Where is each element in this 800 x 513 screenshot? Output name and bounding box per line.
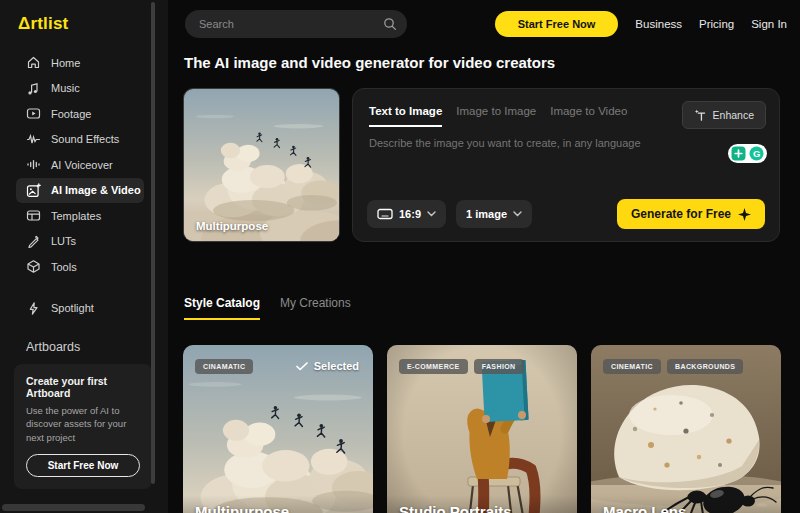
enhance-text-icon [694, 109, 707, 122]
sidebar-item-luts[interactable]: LUTs [16, 229, 144, 255]
ai-image-icon [26, 183, 41, 198]
templates-icon [26, 208, 41, 223]
home-icon [26, 55, 41, 70]
video-player-icon [26, 106, 41, 121]
chevron-down-icon [427, 211, 436, 217]
style-card-macro-lens[interactable]: CINEMATIC BACKGROUNDS Macro Lens [591, 345, 781, 513]
hero-style-label: Multipurpose [196, 220, 268, 232]
sidebar-item-home[interactable]: Home [16, 50, 144, 76]
sidebar-item-label: Tools [51, 261, 77, 273]
sidebar-nav: Home Music Footage Sound Effects AI Voic… [16, 50, 144, 321]
pen-icon [26, 234, 41, 249]
artboards-heading: Artboards [26, 340, 80, 354]
selected-indicator: Selected [296, 360, 359, 372]
pricing-link[interactable]: Pricing [699, 18, 734, 30]
business-link[interactable]: Business [635, 18, 682, 30]
sidebar-item-label: Templates [51, 210, 101, 222]
sidebar-item-templates[interactable]: Templates [16, 203, 144, 229]
cube-icon [26, 259, 41, 274]
search-icon [383, 17, 397, 31]
tab-style-catalog[interactable]: Style Catalog [184, 296, 260, 320]
waveform-icon [26, 132, 41, 147]
search-bar[interactable] [185, 10, 407, 38]
aspect-ratio-icon [377, 208, 393, 220]
search-input[interactable] [199, 18, 383, 30]
sidebar-item-spotlight[interactable]: Spotlight [16, 296, 144, 322]
sidebar-item-footage[interactable]: Footage [16, 101, 144, 127]
style-card-title: Studio Portraits [399, 503, 512, 513]
sidebar-vertical-scrollbar[interactable] [151, 2, 155, 484]
tab-image-to-image[interactable]: Image to Image [456, 105, 536, 127]
artboard-promo-card: Create your first Artboard Use the power… [14, 364, 152, 489]
artboard-card-body: Use the power of AI to discover assets f… [26, 404, 140, 444]
sidebar-item-tools[interactable]: Tools [16, 254, 144, 280]
style-card-title: Macro Lens [603, 503, 686, 513]
style-badge: BACKGROUNDS [667, 359, 743, 374]
voice-wave-icon [26, 157, 41, 172]
grammarly-g-icon: G [749, 146, 764, 161]
page-title: The AI image and video generator for vid… [184, 54, 555, 71]
generate-for-free-button[interactable]: Generate for Free [617, 199, 765, 229]
hero-style-card[interactable]: Multipurpose [183, 88, 340, 242]
style-card-multipurpose[interactable]: CINAMATIC Selected Multipurpose [183, 345, 373, 513]
selected-label: Selected [314, 360, 359, 372]
prompt-input[interactable] [369, 137, 669, 177]
card-badges: E-COMMERCE FASHION [399, 359, 524, 374]
catalog-tabs: Style Catalog My Creations [184, 296, 351, 320]
lightning-icon [26, 301, 41, 316]
sidebar-item-label: LUTs [51, 235, 76, 247]
browser-extension-overlay[interactable]: G [728, 144, 767, 163]
chevron-down-icon [513, 211, 522, 217]
style-card-studio-portraits[interactable]: E-COMMERCE FASHION Studio Portraits [387, 345, 577, 513]
tab-image-to-video[interactable]: Image to Video [550, 105, 627, 127]
style-card-title: Multipurpose [195, 503, 289, 513]
sidebar-item-label: Home [51, 57, 80, 69]
sidebar-item-sound-effects[interactable]: Sound Effects [16, 127, 144, 153]
artlist-logo[interactable]: Δrtlist [18, 14, 68, 34]
image-count-dropdown[interactable]: 1 image [456, 200, 532, 228]
enhance-button[interactable]: Enhance [682, 101, 766, 129]
style-badge: FASHION [474, 359, 524, 374]
sidebar-item-label: Music [51, 82, 80, 94]
sidebar-item-label: AI Voiceover [51, 159, 113, 171]
music-note-icon [26, 81, 41, 96]
style-badge: E-COMMERCE [399, 359, 468, 374]
artboard-card-title: Create your first Artboard [26, 375, 140, 399]
sign-in-link[interactable]: Sign In [751, 18, 787, 30]
sidebar: Δrtlist Home Music Footage Sound Effects… [0, 0, 168, 513]
tab-text-to-image[interactable]: Text to Image [369, 105, 442, 127]
aspect-ratio-value: 16:9 [399, 208, 421, 220]
sidebar-item-ai-voiceover[interactable]: AI Voiceover [16, 152, 144, 178]
sidebar-item-label: AI Image & Video [51, 184, 141, 196]
enhance-label: Enhance [713, 109, 754, 121]
aspect-ratio-dropdown[interactable]: 16:9 [367, 200, 446, 228]
clouds-jumpers-image [184, 89, 339, 241]
tab-my-creations[interactable]: My Creations [280, 296, 351, 320]
style-badge: CINAMATIC [195, 359, 253, 374]
main-content: Start Free Now Business Pricing Sign In … [168, 0, 800, 513]
generator-controls: 16:9 1 image Generate for Free [367, 199, 765, 229]
extension-plus-icon [731, 146, 746, 161]
sidebar-horizontal-scrollbar[interactable] [2, 504, 145, 511]
svg-text:G: G [753, 148, 760, 159]
sidebar-item-music[interactable]: Music [16, 76, 144, 102]
image-count-value: 1 image [466, 208, 507, 220]
style-cards-row: CINAMATIC Selected Multipurpose [183, 345, 781, 513]
card-badges: CINAMATIC [195, 359, 253, 374]
artboard-start-free-button[interactable]: Start Free Now [26, 454, 140, 477]
start-free-now-button[interactable]: Start Free Now [495, 11, 619, 37]
check-icon [296, 362, 308, 371]
sidebar-item-label: Spotlight [51, 302, 94, 314]
sparkle-icon [738, 208, 751, 221]
sidebar-item-label: Footage [51, 108, 91, 120]
generate-label: Generate for Free [631, 207, 731, 221]
header-actions: Start Free Now Business Pricing Sign In [495, 11, 787, 37]
sidebar-item-label: Sound Effects [51, 133, 119, 145]
generator-tabs: Text to Image Image to Image Image to Vi… [369, 105, 627, 127]
sidebar-item-ai-image-video[interactable]: AI Image & Video [16, 178, 144, 204]
style-badge: CINEMATIC [603, 359, 661, 374]
generator-panel: Text to Image Image to Image Image to Vi… [352, 88, 780, 242]
card-badges: CINEMATIC BACKGROUNDS [603, 359, 743, 374]
